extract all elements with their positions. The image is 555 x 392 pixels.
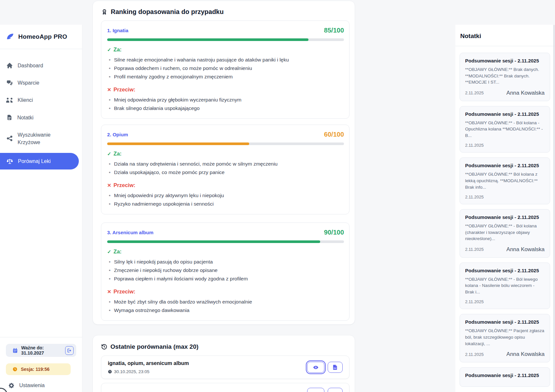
comparison-row-partial — [101, 383, 349, 392]
pros-list: Działa na stany odrętwienia i senności, … — [107, 160, 344, 177]
cons-list: Może być zbyt silny dla osób bardzo wraż… — [107, 298, 344, 315]
cons-list: Mniej odpowiedni przy aktywnym lęku i ni… — [107, 191, 344, 208]
cons-item: Mniej odpowiedni przy aktywnym lęku i ni… — [107, 191, 344, 200]
home-icon — [6, 62, 13, 69]
users-icon — [6, 97, 13, 103]
export-pdf-button[interactable]: PDF — [328, 362, 343, 373]
pros-heading: ✓Za: — [107, 151, 344, 157]
session-timer-label: Sesja: 119:56 — [21, 367, 50, 372]
award-icon — [101, 8, 108, 15]
note-date: 2.11.2025 — [465, 143, 484, 148]
cons-heading: ✕Przeciw: — [107, 289, 344, 295]
cons-item: Brak silnego działania uspokajającego — [107, 104, 344, 113]
gear-icon — [8, 382, 15, 389]
app-title: HomeoApp PRO — [18, 33, 67, 40]
score-progressbar — [107, 240, 344, 243]
cross-icon: ✕ — [107, 289, 111, 295]
pros-item: Poprawa ciepłem i małymi ilościami wody … — [107, 275, 344, 283]
note-card[interactable]: Podsumowanie sesji - 2.11.2025 **OBJAWY … — [460, 209, 550, 258]
sidebar-item-klienci[interactable]: Klienci — [0, 91, 82, 109]
notes-panel-title: Notatki — [455, 25, 555, 40]
session-timer-badge: Sesja: 119:56 — [6, 363, 71, 375]
note-title: Podsumowanie sesji - 2.11.2025 — [465, 111, 545, 117]
license-validity-label: Ważne do: 31.10.2027 — [21, 345, 62, 356]
sidebar-item-dashboard[interactable]: Dashboard — [0, 57, 82, 74]
leaf-logo-icon — [6, 33, 14, 41]
sidebar-item-wyszukiwanie-krzyzowe[interactable]: Wyszukiwanie Krzyżowe — [0, 126, 73, 151]
cross-icon: ✕ — [107, 87, 111, 93]
ranking-section: Ranking dopasowania do przypadku 1. Igna… — [92, 1, 355, 325]
cons-item: Mniej odpowiednia przy głębokim wyczerpa… — [107, 96, 344, 104]
note-body: **OBJAWY GŁÓWNE:** Pacjent zgłasza ból, … — [465, 328, 545, 347]
note-author: Anna Kowalska — [506, 351, 545, 358]
pros-list: Silne reakcje emocjonalne i wahania nast… — [107, 56, 344, 81]
sidebar-item-wsparcie[interactable]: Wsparcie — [0, 74, 82, 91]
svg-text:PDF: PDF — [334, 368, 336, 369]
note-title: Podsumowanie sesji - 2.11.2025 — [465, 268, 545, 273]
note-body: **OBJAWY GŁÓWNE:** Brak danych. **MODALN… — [465, 66, 545, 86]
remedy-name: 3. Arsenicum album — [107, 230, 153, 235]
app-logo: HomeoApp PRO — [0, 25, 82, 49]
export-pdf-button[interactable] — [328, 388, 343, 392]
remedy-score: 85/100 — [324, 27, 344, 34]
ranking-header: Ranking dopasowania do przypadku — [101, 8, 355, 16]
pros-item: Zmęczenie i niepokój ruchowy dobrze opis… — [107, 266, 344, 275]
note-date: 2.11.2025 — [465, 247, 484, 252]
check-icon: ✓ — [107, 151, 111, 157]
settings-label: Ustawienia — [19, 383, 45, 388]
recent-comparisons-title: Ostatnie porównania (max 20) — [110, 343, 198, 350]
note-date: 2.11.2025 — [465, 90, 484, 95]
cons-heading: ✕Przeciw: — [107, 87, 344, 93]
notes-list: Podsumowanie sesji - 2.11.2025 **OBJAWY … — [455, 46, 555, 387]
logout-button[interactable] — [65, 346, 74, 355]
note-author: Anna Kowalska — [506, 246, 545, 253]
recent-comparisons-section: Ostatnie porównania (max 20) ignatia, op… — [92, 335, 355, 392]
pros-item: Silne reakcje emocjonalne i wahania nast… — [107, 56, 344, 64]
sidebar-nav: Dashboard Wsparcie Klienci Notatki Wyszu… — [0, 49, 82, 169]
note-date: 2.11.2025 — [465, 195, 484, 199]
view-comparison-button[interactable] — [307, 388, 324, 392]
sidebar-item-notatki[interactable]: Notatki — [0, 109, 82, 126]
note-title: Podsumowanie sesji - 2.11.2025 — [465, 214, 545, 220]
note-card-partial[interactable]: Podsumowanie sesji - 2.11.2025 — [460, 367, 550, 387]
sidebar-item-label: Wyszukiwanie Krzyżowe — [18, 131, 69, 146]
scales-icon — [6, 158, 13, 165]
remedy-name: 1. Ignatia — [107, 28, 128, 33]
cons-heading: ✕Przeciw: — [107, 182, 344, 188]
pros-heading: ✓Za: — [107, 249, 344, 255]
view-comparison-button[interactable] — [307, 362, 324, 373]
note-card[interactable]: Podsumowanie sesji - 2.11.2025 **OBJAWY … — [460, 157, 550, 204]
sidebar: HomeoApp PRO Dashboard Wsparcie Klienci … — [0, 25, 82, 392]
note-card[interactable]: Podsumowanie sesji - 2.11.2025 **OBJAWY … — [460, 106, 550, 153]
comparison-row: ignatia, opium, arsenicum album 30.10.20… — [101, 356, 349, 379]
remedy-card-ignatia: 1. Ignatia 85/100 ✓Za: Silne reakcje emo… — [101, 20, 349, 119]
clock-icon — [12, 367, 18, 372]
pros-item: Poprawa oddechem i ruchem, co może pomóc… — [107, 64, 344, 73]
note-title: Podsumowanie sesji - 2.11.2025 — [465, 319, 545, 325]
sidebar-item-label: Notatki — [17, 114, 34, 121]
note-title: Podsumowanie sesji - 2.11.2025 — [465, 372, 545, 378]
eye-icon — [313, 364, 319, 371]
note-body: **OBJAWY GŁÓWNE:** - Ból lewego kolana -… — [465, 276, 545, 295]
note-date: 2.11.2025 — [465, 352, 484, 357]
note-card[interactable]: Podsumowanie sesji - 2.11.2025 **OBJAWY … — [460, 53, 550, 101]
comparison-date: 30.10.2025, 23:05 — [108, 369, 189, 374]
sidebar-item-label: Klienci — [18, 96, 33, 104]
note-author: Anna Kowalska — [506, 90, 545, 96]
sidebar-item-ustawienia[interactable]: Ustawienia — [6, 382, 76, 389]
vertical-scrollbar[interactable] — [553, 25, 555, 392]
pros-item: Działa uspokajająco, co może pomóc przy … — [107, 168, 344, 177]
note-card[interactable]: Podsumowanie sesji - 2.11.2025 **OBJAWY … — [460, 263, 550, 309]
calendar-icon — [12, 348, 18, 353]
remedy-card-arsenicum-album: 3. Arsenicum album 90/100 ✓Za: Silny lęk… — [101, 223, 349, 321]
sidebar-item-label: Porównaj Leki — [18, 157, 51, 165]
note-title: Podsumowanie sesji - 2.11.2025 — [465, 58, 545, 63]
score-progress-fill — [107, 142, 249, 145]
note-card[interactable]: Podsumowanie sesji - 2.11.2025 **OBJAWY … — [460, 314, 550, 362]
sidebar-item-porownaj-leki[interactable]: Porównaj Leki — [0, 153, 79, 169]
cons-item: Może być zbyt silny dla osób bardzo wraż… — [107, 298, 344, 306]
pros-list: Silny lęk i niepokój pasują do opisu pac… — [107, 258, 344, 283]
remedy-score: 90/100 — [324, 229, 344, 236]
note-body: **OBJAWY GŁÓWNE:** - Ból kolana (charakt… — [465, 223, 545, 242]
note-title: Podsumowanie sesji - 2.11.2025 — [465, 163, 545, 168]
